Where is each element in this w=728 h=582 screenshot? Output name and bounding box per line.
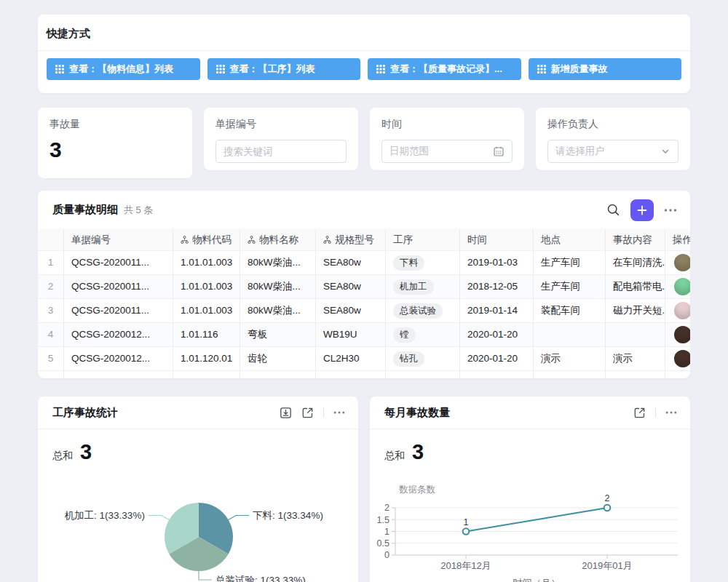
cell-material-code: 1.01.01.003 (173, 251, 240, 275)
cell-place: 生产车间 (534, 275, 606, 299)
table-record-count: 共 5 条 (124, 204, 153, 217)
calendar-icon (493, 146, 505, 157)
empty-cell (386, 371, 460, 378)
y-tick-label: 2 (384, 503, 389, 513)
shortcut-button-label: 查看：【物料信息】列表 (69, 63, 173, 76)
cell-doc-number: QCSG-2020012... (64, 347, 173, 371)
process-incident-stats-card: 工序事故统计 总和 3 下料: 1(33.34%)总装试验: 1(33.33%)… (38, 396, 358, 582)
link-field-icon (323, 230, 331, 251)
total-label: 总和 (52, 450, 73, 463)
add-record-button[interactable] (630, 199, 654, 221)
shortcut-button-label: 查看：【工序】列表 (230, 63, 315, 76)
process-tag: 下料 (393, 255, 424, 271)
x-axis-title: 时间（月） (513, 578, 561, 582)
cell-material-code: 1.01.01.003 (173, 299, 240, 323)
export-icon[interactable] (280, 407, 292, 419)
doc-number-search-input[interactable] (215, 140, 347, 163)
data-table: 单据编号物料代码物料名称规格型号工序时间地点事故内容操作负责人1QCSG-202… (38, 229, 690, 378)
cell-operator (665, 251, 690, 275)
column-header: 工序 (386, 229, 460, 251)
operator-avatar (674, 326, 690, 343)
cell-material-name: 80kW柴油... (240, 275, 316, 299)
cell-process: 镗 (386, 323, 460, 347)
app-grid-icon (216, 65, 225, 73)
data-point[interactable] (463, 528, 470, 535)
cell-place: 演示 (534, 347, 606, 371)
process-tag: 总装试验 (393, 303, 443, 319)
pie-label-line (228, 516, 249, 521)
shortcut-button-label: 新增质量事故 (551, 63, 608, 76)
date-range-placeholder: 日期范围 (389, 145, 488, 158)
user-select-placeholder: 请选择用户 (555, 145, 656, 158)
column-header: 地点 (534, 229, 606, 251)
shortcut-view-process-list-button[interactable]: 查看：【工序】列表 (207, 58, 361, 80)
app-grid-icon (537, 65, 546, 73)
process-tag: 钻孔 (393, 351, 424, 367)
cell-operator (665, 299, 690, 323)
line-chart-title: 每月事故数量 (384, 406, 450, 420)
cell-doc-number: QCSG-2020011... (64, 299, 173, 323)
shortcut-add-quality-incident-button[interactable]: 新增质量事故 (529, 58, 682, 80)
date-range-input[interactable]: 日期范围 (381, 140, 513, 163)
shortcut-view-quality-incident-records-button[interactable]: 查看：【质量事故记录】... (368, 58, 521, 80)
more-options-icon[interactable] (333, 410, 345, 415)
y-tick-label: 0.5 (377, 538, 389, 549)
shortcut-button-row: 查看：【物料信息】列表 查看：【工序】列表 查看：【质量事故记录】... 新增质… (47, 58, 681, 80)
cell-doc-number: QCSG-2020012... (64, 323, 173, 347)
table-header-row: 单据编号物料代码物料名称规格型号工序时间地点事故内容操作负责人 (38, 229, 690, 251)
column-header: 物料名称 (240, 229, 316, 251)
operator-filter-card: 操作负责人 请选择用户 (536, 108, 690, 170)
cell-date: 2020-01-20 (460, 323, 534, 347)
pie-label-line (149, 516, 170, 521)
empty-cell (173, 371, 240, 378)
table-row[interactable]: 3QCSG-2020011...1.01.01.00380kW柴油...SEA8… (38, 299, 690, 323)
table-title: 质量事故明细 (52, 203, 118, 217)
data-point[interactable] (604, 505, 611, 511)
cell-spec-model: WB19U (316, 323, 386, 347)
more-options-icon[interactable] (665, 410, 677, 415)
more-options-icon[interactable] (664, 208, 677, 212)
search-icon[interactable] (606, 203, 620, 217)
shortcut-view-material-info-list-button[interactable]: 查看：【物料信息】列表 (47, 58, 200, 80)
cell-doc-number: QCSG-2020011... (64, 275, 173, 299)
cell-spec-model: SEA80w (316, 299, 386, 323)
table-row[interactable]: 2QCSG-2020011...1.01.01.00380kW柴油...SEA8… (38, 275, 690, 299)
open-in-new-icon[interactable] (633, 407, 646, 419)
cell-process: 下料 (386, 251, 460, 275)
table-row[interactable]: 5QCSG-2020012...1.01.120.01齿轮CL2H30钻孔202… (38, 347, 690, 371)
cell-spec-model: CL2H30 (316, 347, 386, 371)
operator-avatar (674, 302, 690, 319)
total-value: 3 (412, 440, 424, 464)
column-header: 物料代码 (173, 229, 240, 251)
empty-cell (460, 371, 534, 378)
keyword-input[interactable] (223, 146, 339, 157)
cell-date: 2019-01-03 (460, 251, 534, 275)
app-grid-icon (55, 65, 64, 73)
table-row[interactable]: 1QCSG-2020011...1.01.01.00380kW柴油...SEA8… (38, 251, 690, 275)
line-chart: 数据条数00.511.5212018年12月22019年01月时间（月） (370, 477, 690, 582)
cell-material-code: 1.01.120.01 (173, 347, 240, 371)
cell-operator (665, 323, 690, 347)
dashboard-page: { "shortcuts": { "title": "快捷方式", "butto… (0, 0, 728, 582)
total-label: 总和 (384, 450, 405, 463)
cell-place (534, 323, 606, 347)
row-number: 3 (38, 299, 64, 323)
empty-cell (316, 371, 386, 378)
user-select[interactable]: 请选择用户 (547, 140, 678, 163)
pie-total-row: 总和 3 (52, 440, 358, 464)
operator-avatar (674, 278, 690, 295)
divider (655, 407, 656, 418)
column-header (38, 229, 64, 251)
process-tag: 镗 (393, 327, 416, 343)
cell-incident-content (606, 323, 665, 347)
time-filter-card: 时间 日期范围 (370, 108, 524, 170)
line-card-header: 每月事故数量 (370, 396, 690, 429)
column-header: 规格型号 (316, 229, 386, 251)
divider (323, 407, 324, 418)
cell-date: 2018-12-05 (460, 275, 534, 299)
line-total-row: 总和 3 (384, 440, 690, 464)
table-card-header: 质量事故明细 共 5 条 (38, 191, 690, 229)
open-in-new-icon[interactable] (301, 407, 314, 419)
y-tick-label: 0 (384, 550, 389, 560)
table-row[interactable]: 4QCSG-2020012...1.01.116弯板WB19U镗2020-01-… (38, 323, 690, 347)
